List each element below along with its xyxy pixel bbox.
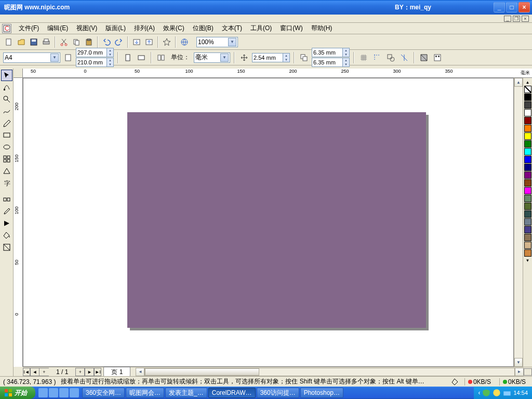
system-tray[interactable]: ‹ 14:54 xyxy=(474,387,532,399)
page-first-button[interactable]: I◄ xyxy=(23,368,30,376)
swatch-none[interactable] xyxy=(524,86,531,93)
menu-layout[interactable]: 版面(L) xyxy=(101,23,130,34)
page-tab[interactable]: 页 1 xyxy=(103,367,130,377)
menu-view[interactable]: 视图(V) xyxy=(72,23,101,34)
ql-item[interactable] xyxy=(70,388,79,397)
import-button[interactable] xyxy=(131,36,142,48)
print-button[interactable] xyxy=(41,36,52,48)
scroll-left-button[interactable]: ◄ xyxy=(136,368,144,376)
dup-x-spinner[interactable]: ▲▼ xyxy=(312,48,350,57)
color-swatch[interactable] xyxy=(524,117,531,124)
dup-x-input[interactable] xyxy=(312,48,342,57)
page-next-button[interactable]: ► xyxy=(85,368,94,376)
units-combo[interactable]: 毫米 ▼ xyxy=(194,52,230,63)
palette-down-icon[interactable]: ▼ xyxy=(526,258,530,263)
ruler-origin[interactable] xyxy=(14,69,23,78)
menu-window[interactable]: 窗口(W) xyxy=(276,23,307,34)
tray-network-icon[interactable] xyxy=(503,389,511,397)
color-swatch[interactable] xyxy=(524,203,531,210)
color-swatch[interactable] xyxy=(524,94,531,101)
page-height-input[interactable] xyxy=(76,58,107,66)
task-button[interactable]: Photoshop… xyxy=(300,388,343,398)
app-icon[interactable]: C xyxy=(2,24,11,33)
dynamic-guides-button[interactable] xyxy=(398,52,410,63)
export-button[interactable] xyxy=(143,36,155,48)
fill-tool[interactable] xyxy=(1,230,12,241)
ellipse-tool[interactable] xyxy=(1,141,12,153)
color-swatch[interactable] xyxy=(524,125,531,132)
color-swatch[interactable] xyxy=(524,249,531,257)
task-button[interactable]: 360安全网… xyxy=(82,388,125,398)
color-swatch[interactable] xyxy=(524,156,531,163)
portrait-button[interactable] xyxy=(122,52,134,63)
page-width-input[interactable] xyxy=(76,48,107,57)
snap-to-grid-button[interactable] xyxy=(358,52,369,63)
zoom-combo[interactable]: 100% ▼ xyxy=(196,37,238,47)
smart-drawing-tool[interactable] xyxy=(1,117,12,129)
color-swatch[interactable] xyxy=(524,101,531,109)
menu-text[interactable]: 文本(T) xyxy=(218,23,246,34)
page-height-spinner[interactable]: ▲▼ xyxy=(76,58,114,67)
minimize-button[interactable]: _ xyxy=(494,2,505,12)
color-swatch[interactable] xyxy=(524,234,531,241)
page-add-before-button[interactable]: + xyxy=(39,368,49,376)
nudge-spinner[interactable]: ▲▼ xyxy=(252,53,290,62)
open-button[interactable] xyxy=(16,36,27,48)
page-prev-button[interactable]: ◄ xyxy=(30,368,39,376)
app-launcher-button[interactable] xyxy=(161,36,172,48)
outline-tool[interactable] xyxy=(1,218,12,229)
rectangle-tool[interactable] xyxy=(1,129,12,141)
color-swatch[interactable] xyxy=(524,164,531,171)
palette-up-icon[interactable]: ▲ xyxy=(526,80,530,85)
text-tool[interactable]: 字 xyxy=(1,177,12,189)
color-swatch[interactable] xyxy=(524,242,531,249)
mdi-minimize-button[interactable]: _ xyxy=(504,16,511,22)
color-swatch[interactable] xyxy=(524,195,531,202)
scroll-right-button[interactable]: ► xyxy=(515,368,524,376)
tray-icon[interactable]: ‹ xyxy=(478,389,480,396)
eyedropper-tool[interactable] xyxy=(1,206,12,217)
menu-help[interactable]: 帮助(H) xyxy=(307,23,337,34)
page-last-button[interactable]: ►I xyxy=(94,368,101,376)
color-swatch[interactable] xyxy=(524,132,531,140)
shape-tool[interactable] xyxy=(1,82,12,93)
vertical-scrollbar[interactable]: ▲ ▼ xyxy=(514,78,523,367)
ql-item[interactable] xyxy=(38,388,48,397)
color-swatch[interactable] xyxy=(524,187,531,194)
horizontal-scrollbar[interactable]: ◄ ► xyxy=(136,368,524,376)
scroll-track[interactable] xyxy=(144,368,515,376)
maximize-button[interactable]: □ xyxy=(506,2,517,12)
color-swatch[interactable] xyxy=(524,140,531,148)
menu-arrange[interactable]: 排列(A) xyxy=(130,23,159,34)
paste-button[interactable] xyxy=(83,36,95,48)
polygon-tool[interactable] xyxy=(1,153,12,165)
undo-button[interactable] xyxy=(101,36,112,48)
close-button[interactable]: × xyxy=(518,2,530,12)
menu-edit[interactable]: 编辑(E) xyxy=(43,23,72,34)
copy-button[interactable] xyxy=(71,36,82,48)
rectangle-object[interactable] xyxy=(127,112,426,328)
freehand-tool[interactable] xyxy=(1,105,12,117)
menu-tools[interactable]: 工具(O) xyxy=(246,23,276,34)
start-button[interactable]: 开始 xyxy=(0,387,35,399)
nudge-input[interactable] xyxy=(252,54,283,62)
tray-volume-icon[interactable] xyxy=(493,389,501,397)
task-button[interactable]: 发表主题_… xyxy=(165,388,207,398)
mdi-close-button[interactable]: × xyxy=(522,16,529,22)
horizontal-ruler[interactable]: 50 0 50 100 150 200 250 300 350 毫米 xyxy=(23,69,532,78)
dup-y-spinner[interactable]: ▲▼ xyxy=(312,58,350,67)
tray-shield-icon[interactable] xyxy=(482,389,490,397)
interactive-fill-tool[interactable] xyxy=(1,242,12,253)
scroll-thumb[interactable] xyxy=(145,368,259,376)
interactive-blend-tool[interactable] xyxy=(1,194,12,205)
task-button[interactable]: 360访问提… xyxy=(257,388,299,398)
mdi-restore-button[interactable]: ❐ xyxy=(513,16,520,22)
corel-online-button[interactable] xyxy=(179,36,190,48)
ql-item[interactable] xyxy=(59,388,69,397)
color-swatch[interactable] xyxy=(524,226,531,233)
canvas[interactable] xyxy=(23,78,514,367)
pick-tool[interactable] xyxy=(1,70,12,81)
paper-size-combo[interactable]: A4 ▼ xyxy=(3,52,60,63)
scroll-down-button[interactable]: ▼ xyxy=(514,358,523,367)
menu-effects[interactable]: 效果(C) xyxy=(159,23,189,34)
